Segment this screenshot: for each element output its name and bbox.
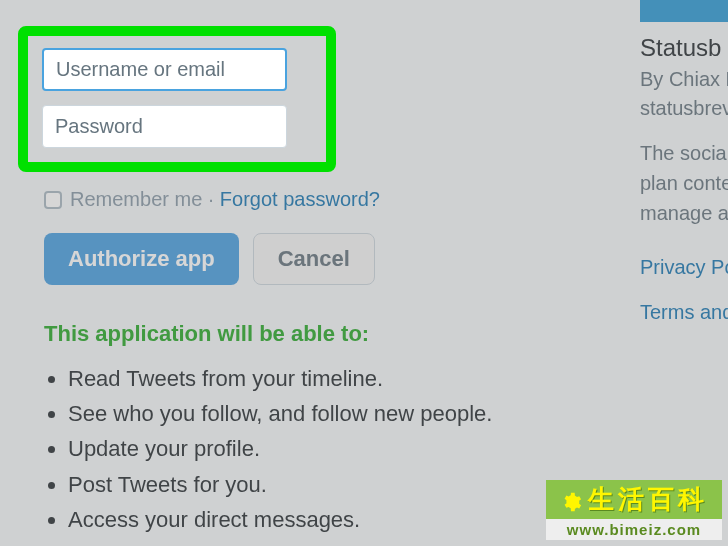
list-item: Access your direct messages. xyxy=(68,502,600,537)
app-banner-image xyxy=(640,0,728,22)
login-fields-highlight: Username or email Password xyxy=(18,26,336,172)
remember-label: Remember me xyxy=(70,188,202,211)
watermark-text: 生活百科 xyxy=(588,482,708,517)
gear-icon xyxy=(560,489,582,511)
list-item: Read Tweets from your timeline. xyxy=(68,361,600,396)
authorize-button[interactable]: Authorize app xyxy=(44,233,239,285)
cancel-label: Cancel xyxy=(278,246,350,272)
watermark: 生活百科 www.bimeiz.com xyxy=(546,480,722,540)
privacy-link[interactable]: Privacy Po xyxy=(640,256,728,279)
username-input[interactable]: Username or email xyxy=(42,48,287,91)
app-byline: By Chiax L xyxy=(640,68,728,91)
separator: · xyxy=(208,188,214,211)
list-item: Update your profile. xyxy=(68,431,600,466)
username-placeholder: Username or email xyxy=(56,58,225,81)
app-description: The social plan conte manage a xyxy=(640,138,728,228)
app-domain: statusbrev xyxy=(640,97,728,120)
password-input[interactable]: Password xyxy=(42,105,287,148)
permissions-list: Read Tweets from your timeline. See who … xyxy=(68,361,600,537)
list-item: Post Tweets for you. xyxy=(68,467,600,502)
forgot-password-link[interactable]: Forgot password? xyxy=(220,188,380,211)
app-title: Statusb xyxy=(640,34,728,62)
cancel-button[interactable]: Cancel xyxy=(253,233,375,285)
terms-link[interactable]: Terms and xyxy=(640,301,728,324)
authorize-label: Authorize app xyxy=(68,246,215,272)
app-info-sidebar: Statusb By Chiax L statusbrev The social… xyxy=(640,0,728,346)
permissions-title: This application will be able to: xyxy=(44,321,600,347)
password-placeholder: Password xyxy=(55,115,143,138)
remember-checkbox[interactable] xyxy=(44,191,62,209)
list-item: See who you follow, and follow new peopl… xyxy=(68,396,600,431)
watermark-url: www.bimeiz.com xyxy=(546,519,722,540)
